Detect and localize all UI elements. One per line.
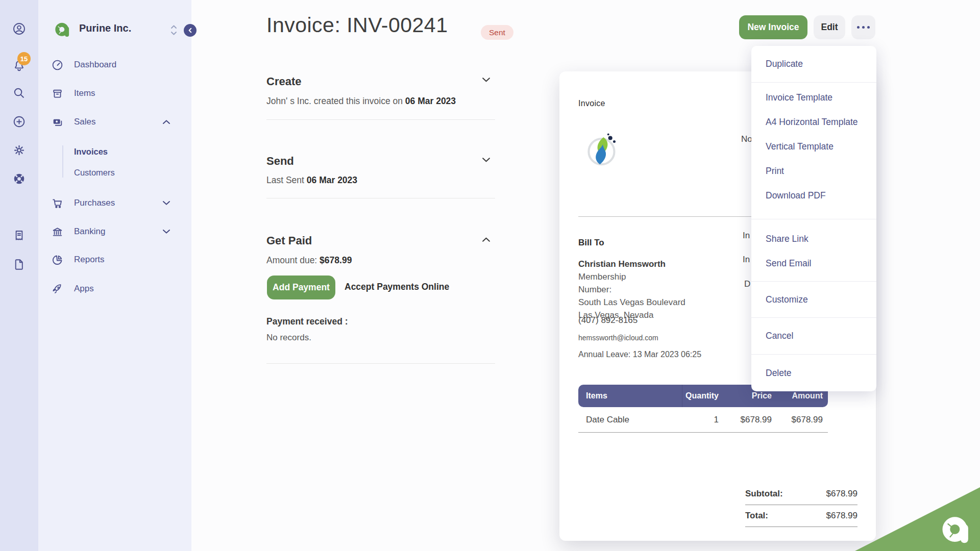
icon-rail: 15 — [0, 0, 38, 551]
get-paid-section-title: Get Paid — [266, 234, 312, 247]
status-badge: Sent — [481, 25, 513, 40]
chevron-up-icon[interactable] — [162, 119, 170, 124]
sidebar-item-invoices[interactable]: Invoices — [74, 143, 108, 160]
accept-payments-online-link[interactable]: Accept Payments Online — [345, 282, 449, 292]
account-icon[interactable] — [12, 22, 26, 36]
sidebar-item-banking[interactable]: Banking — [51, 221, 179, 242]
wheel-icon[interactable] — [12, 172, 26, 186]
subtotal-row: Subtotal: $678.99 — [745, 489, 857, 505]
menu-group-share: Share Link Send Email — [751, 219, 876, 281]
receipt-icon[interactable] — [12, 229, 26, 242]
pie-chart-icon — [51, 254, 64, 266]
customer-brand-logo — [578, 126, 626, 174]
menu-item-cancel[interactable]: Cancel — [751, 318, 876, 354]
search-icon[interactable] — [12, 86, 26, 100]
field-label-fragment: D — [744, 279, 750, 289]
menu-item-vertical-template[interactable]: Vertical Template — [751, 134, 876, 159]
invoice-doc-label: Invoice — [578, 99, 605, 108]
sidebar-collapse-button[interactable] — [184, 24, 197, 37]
menu-item-send-email[interactable]: Send Email — [751, 251, 876, 276]
menu-group-templates: Invoice Template A4 Horizontal Template … — [751, 83, 876, 219]
menu-item-a4-horizontal-template[interactable]: A4 Horizontal Template — [751, 110, 876, 134]
bank-icon — [51, 226, 64, 238]
add-icon[interactable] — [12, 115, 26, 129]
bill-to-label: Bill To — [578, 238, 604, 248]
sidebar-item-customers[interactable]: Customers — [74, 164, 115, 181]
bill-to-address: Christian Hemsworth Membership Number: S… — [578, 258, 711, 321]
create-section-title: Create — [266, 75, 301, 88]
sales-icon — [51, 116, 64, 129]
divider — [266, 363, 495, 364]
create-date: 06 Mar 2023 — [405, 96, 456, 106]
field-label-fragment: In — [743, 231, 750, 241]
sub-menu-line — [62, 145, 63, 178]
amount-due-line: Amount due: $678.99 — [266, 255, 352, 266]
page-title: Invoice: INV-00241 — [266, 13, 448, 37]
new-invoice-button[interactable]: New Invoice — [739, 15, 807, 39]
send-section-title: Send — [266, 155, 294, 168]
sidebar-item-purchases[interactable]: Purchases — [51, 193, 179, 213]
ellipsis-icon — [857, 26, 870, 29]
more-actions-menu: Duplicate Invoice Template A4 Horizontal… — [751, 46, 876, 391]
sidebar-item-apps[interactable]: Apps — [51, 279, 179, 299]
org-switcher-icon[interactable] — [170, 24, 178, 36]
chevron-down-icon[interactable] — [482, 157, 491, 163]
customer-email: hemssworth@icloud.com — [578, 334, 658, 342]
customer-phone: (407) 892-8165 — [578, 315, 638, 325]
document-icon[interactable] — [12, 258, 26, 271]
menu-item-invoice-template[interactable]: Invoice Template — [751, 85, 876, 110]
cart-icon — [51, 197, 64, 210]
sidebar: Purine Inc. Dashboard Items — [38, 0, 191, 551]
chevron-up-icon[interactable] — [482, 237, 491, 242]
menu-item-download-pdf[interactable]: Download PDF — [751, 183, 876, 208]
divider — [266, 119, 495, 120]
total-label: Total: — [745, 511, 768, 521]
subtotal-value: $678.99 — [826, 489, 857, 499]
dashboard-icon — [51, 59, 64, 71]
notification-count-badge: 15 — [17, 52, 31, 65]
field-label-fragment: In — [743, 255, 750, 265]
menu-item-delete[interactable]: Delete — [751, 355, 876, 391]
company-logo — [55, 21, 71, 38]
edit-button[interactable]: Edit — [814, 15, 845, 39]
amount-due-value: $678.99 — [320, 255, 352, 265]
last-sent-date: 06 Mar 2023 — [307, 175, 357, 185]
customer-name-line: Christian Hemsworth Membership — [578, 258, 711, 283]
menu-item-print[interactable]: Print — [751, 159, 876, 183]
annual-leave-line: Annual Leave: 13 Mar 2023 06:25 — [578, 350, 701, 359]
chevron-down-icon[interactable] — [482, 77, 491, 83]
company-name: Purine Inc. — [79, 22, 131, 34]
create-section-text: John' s Inc. created this invoice on 06 … — [266, 96, 456, 107]
sidebar-item-sales[interactable]: Sales — [51, 112, 179, 132]
subtotal-label: Subtotal: — [745, 489, 783, 499]
settings-gear-icon[interactable] — [12, 143, 26, 157]
divider — [266, 198, 495, 198]
sidebar-item-items[interactable]: Items — [51, 83, 179, 104]
add-payment-button[interactable]: Add Payment — [267, 276, 335, 299]
menu-item-customize[interactable]: Customize — [751, 282, 876, 317]
invoice-number-fragment: No — [741, 134, 752, 144]
menu-item-share-link[interactable]: Share Link — [751, 227, 876, 251]
sidebar-item-dashboard[interactable]: Dashboard — [51, 55, 179, 75]
payment-received-value: No records. — [266, 333, 311, 343]
chevron-down-icon[interactable] — [162, 229, 170, 234]
sidebar-item-reports[interactable]: Reports — [51, 249, 179, 270]
chevron-down-icon[interactable] — [162, 201, 170, 206]
total-row: Total: $678.99 — [745, 511, 857, 527]
send-section-text: Last Sent 06 Mar 2023 — [266, 175, 357, 186]
customer-name: Christian Hemsworth — [578, 259, 666, 269]
payment-received-label: Payment received : — [266, 316, 348, 327]
table-row: Date Cable 1 $678.99 $678.99 — [578, 407, 828, 433]
more-actions-button[interactable] — [851, 15, 875, 39]
menu-item-duplicate[interactable]: Duplicate — [751, 46, 876, 82]
rocket-icon — [51, 283, 64, 295]
brand-logo-white — [941, 514, 973, 546]
total-value: $678.99 — [826, 511, 857, 521]
box-icon — [51, 87, 64, 100]
